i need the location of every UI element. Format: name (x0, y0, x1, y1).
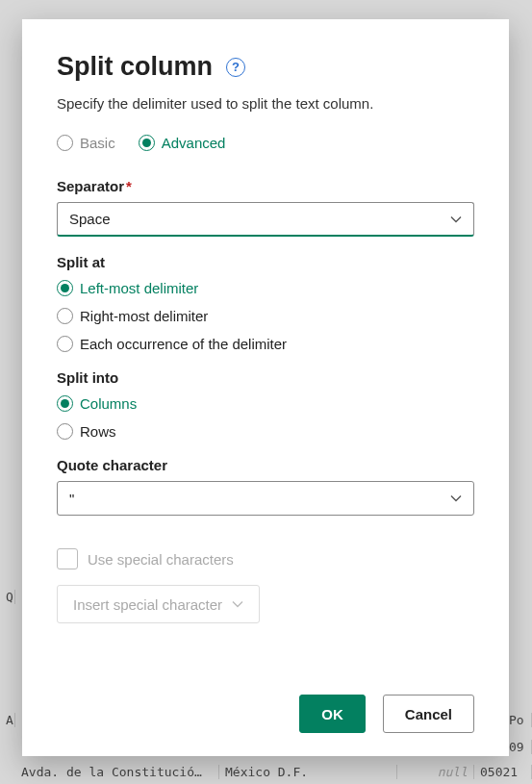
mode-advanced-radio[interactable]: Advanced (139, 135, 226, 151)
dialog-subtitle: Specify the delimiter used to split the … (57, 95, 474, 112)
split-at-left-radio[interactable]: Left-most delimiter (57, 280, 474, 296)
split-into-rows-label: Rows (80, 423, 116, 440)
bg-header-q: Q (0, 590, 15, 604)
radio-unselected-icon (57, 336, 73, 352)
quote-char-select[interactable]: " (57, 481, 474, 516)
split-at-left-label: Left-most delimiter (80, 280, 198, 296)
bg-cell-zip: 05021 (474, 765, 532, 779)
split-at-each-radio[interactable]: Each occurrence of the delimiter (57, 336, 474, 352)
radio-selected-icon (139, 135, 155, 151)
radio-selected-icon (57, 395, 73, 412)
split-into-columns-label: Columns (80, 395, 137, 412)
split-at-right-radio[interactable]: Right-most delimiter (57, 308, 474, 324)
cancel-button[interactable]: Cancel (383, 695, 474, 733)
split-column-dialog: Split column ? Specify the delimiter use… (22, 19, 509, 756)
radio-unselected-icon (57, 308, 73, 324)
split-at-label: Split at (57, 254, 474, 270)
use-special-chars-checkbox[interactable] (57, 548, 78, 569)
insert-special-char-label: Insert special character (73, 596, 222, 613)
split-at-right-label: Right-most delimiter (80, 308, 208, 324)
separator-value: Space (69, 211, 111, 227)
radio-selected-icon (57, 280, 73, 296)
ok-button[interactable]: OK (299, 695, 366, 733)
split-into-rows-radio[interactable]: Rows (57, 423, 474, 440)
separator-label: Separator* (57, 178, 474, 194)
radio-unselected-icon (57, 135, 73, 151)
dialog-title: Split column (57, 52, 213, 82)
bg-cell-city: México D.F. (219, 765, 397, 779)
bg-header-a: A (0, 713, 15, 727)
chevron-down-icon (232, 598, 243, 610)
help-icon[interactable]: ? (226, 58, 245, 77)
quote-char-value: " (69, 491, 74, 507)
chevron-down-icon (450, 214, 462, 225)
use-special-chars-label: Use special characters (88, 551, 234, 568)
chevron-down-icon (450, 493, 462, 504)
mode-basic-label: Basic (80, 135, 115, 151)
radio-unselected-icon (57, 423, 73, 440)
split-into-columns-radio[interactable]: Columns (57, 395, 474, 412)
mode-advanced-label: Advanced (162, 135, 226, 151)
quote-char-label: Quote character (57, 457, 474, 473)
split-into-label: Split into (57, 369, 474, 386)
bg-cell-addr: Avda. de la Constitució… (15, 765, 219, 779)
insert-special-char-button: Insert special character (57, 585, 260, 623)
mode-basic-radio[interactable]: Basic (57, 135, 115, 151)
separator-select[interactable]: Space (57, 202, 474, 237)
split-at-each-label: Each occurrence of the delimiter (80, 336, 287, 352)
bg-cell-null: null (397, 765, 474, 779)
